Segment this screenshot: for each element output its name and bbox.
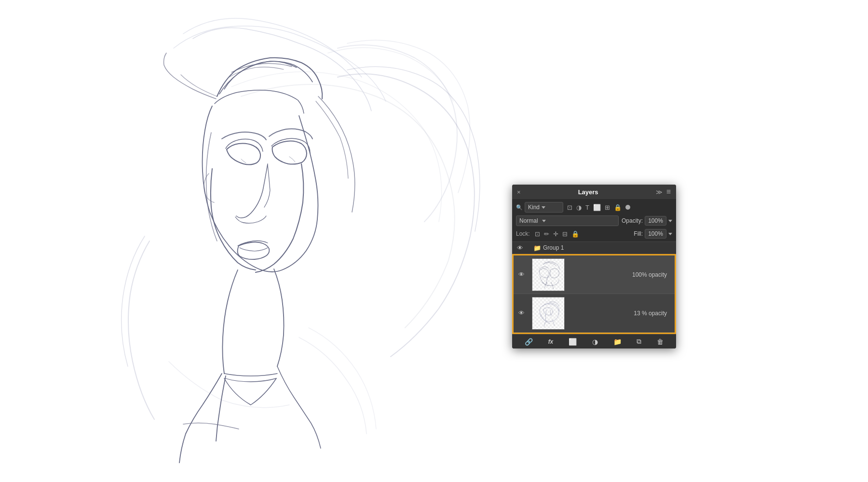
- lock-transparency-icon[interactable]: ⊡: [535, 230, 540, 238]
- layers-container: 👁: [512, 254, 676, 334]
- layers-panel: × Layers ≫ ≡ 🔍 Kind ⊡ ◑ T ⬜ ⊞: [512, 185, 676, 348]
- smart-filter-icon[interactable]: ⊞: [605, 204, 610, 211]
- blend-mode-row: Normal Opacity: 100%: [516, 215, 672, 226]
- fill-chevron-icon: [668, 233, 672, 235]
- filter-kind-dropdown[interactable]: Kind: [525, 202, 563, 213]
- panel-collapse-icon[interactable]: ≫: [656, 188, 663, 196]
- sketch-canvas: [0, 0, 530, 482]
- panel-title: Layers: [578, 188, 598, 196]
- layer-item[interactable]: 👁: [514, 255, 675, 294]
- blend-chevron-icon: [542, 220, 546, 222]
- filter-icons: ⊡ ◑ T ⬜ ⊞ 🔒: [567, 204, 630, 211]
- panel-controls: 🔍 Kind ⊡ ◑ T ⬜ ⊞ 🔒: [512, 199, 676, 242]
- opacity-chevron-icon: [668, 220, 672, 222]
- opacity-value[interactable]: 100%: [645, 216, 666, 226]
- layer1-thumbnail: [532, 258, 565, 291]
- panel-header: × Layers ≫ ≡: [512, 185, 676, 199]
- delete-layer-button[interactable]: 🗑: [657, 338, 664, 346]
- search-icon: 🔍: [516, 204, 523, 211]
- fill-label: Fill:: [634, 230, 643, 237]
- adjustment-filter-icon[interactable]: ◑: [576, 204, 582, 211]
- type-filter-icon[interactable]: T: [585, 204, 589, 211]
- pixel-filter-icon[interactable]: ⊡: [567, 204, 572, 211]
- add-mask-button[interactable]: ⬜: [569, 338, 577, 346]
- filter-row: 🔍 Kind ⊡ ◑ T ⬜ ⊞ 🔒: [516, 202, 672, 213]
- dot-filter-icon[interactable]: [625, 205, 630, 210]
- layer-effects-button[interactable]: fx: [548, 338, 554, 345]
- fill-value[interactable]: 100%: [645, 229, 666, 239]
- group-name-label: Group 1: [543, 244, 564, 251]
- new-layer-button[interactable]: ⧉: [637, 337, 641, 346]
- group-row[interactable]: 👁 📁 Group 1: [512, 242, 676, 254]
- adjustment-layer-button[interactable]: ◑: [592, 338, 598, 346]
- lock-all-icon[interactable]: 🔒: [571, 230, 579, 238]
- opacity-label: Opacity:: [622, 217, 643, 224]
- lock-filter-icon[interactable]: 🔒: [614, 204, 622, 211]
- shape-filter-icon[interactable]: ⬜: [593, 204, 601, 211]
- panel-footer: 🔗 fx ⬜ ◑ 📁 ⧉ 🗑: [512, 334, 676, 348]
- new-group-button[interactable]: 📁: [613, 338, 622, 346]
- opacity-control: Opacity: 100%: [622, 216, 672, 226]
- lock-label: Lock:: [516, 230, 530, 237]
- lock-move-icon[interactable]: ✛: [553, 230, 558, 238]
- panel-close-button[interactable]: ×: [517, 188, 521, 196]
- layer1-visibility-icon[interactable]: 👁: [517, 271, 525, 279]
- blend-mode-dropdown[interactable]: Normal: [516, 215, 619, 226]
- canvas-area: [0, 0, 868, 482]
- layer2-visibility-icon[interactable]: 👁: [517, 309, 525, 317]
- lock-fill-row: Lock: ⊡ ✏ ✛ ⊟ 🔒 Fill: 100%: [516, 229, 672, 239]
- link-layers-button[interactable]: 🔗: [525, 338, 533, 346]
- svg-rect-0: [0, 0, 530, 482]
- lock-paint-icon[interactable]: ✏: [544, 230, 549, 238]
- layer2-thumbnail: [532, 297, 565, 330]
- layer-item[interactable]: 👁: [514, 294, 675, 333]
- layer2-opacity-label: 13 % opacity: [634, 310, 671, 317]
- group-visibility-icon[interactable]: 👁: [516, 244, 524, 252]
- fill-control: Fill: 100%: [634, 229, 672, 239]
- lock-artboard-icon[interactable]: ⊟: [562, 230, 568, 238]
- lock-icons-group: ⊡ ✏ ✛ ⊟ 🔒: [535, 230, 579, 238]
- layer1-opacity-label: 100% opacity: [632, 271, 671, 278]
- panel-menu-icon[interactable]: ≡: [666, 187, 671, 196]
- chevron-down-icon: [542, 206, 545, 209]
- group-folder-icon: 📁: [533, 244, 541, 252]
